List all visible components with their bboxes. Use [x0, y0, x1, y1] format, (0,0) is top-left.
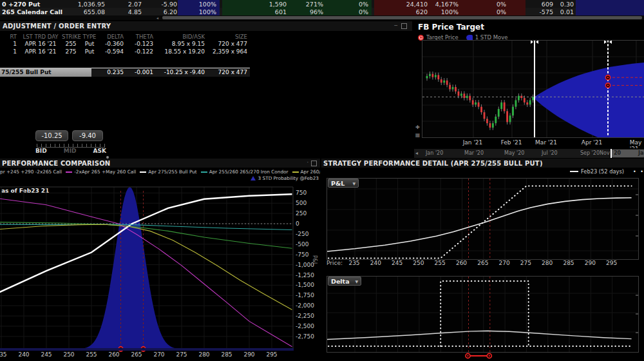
fb-price-target-panel: FB Price Target Target Price 1 STD Move … — [414, 21, 644, 159]
y-tick: -2,750 — [296, 333, 314, 340]
leg-cell: -0.360 — [99, 41, 126, 47]
price-tick: 295 — [606, 260, 617, 266]
position-value: 96% — [287, 8, 323, 15]
dotted-line-icon: • • — [633, 169, 644, 175]
x-axis-bar — [0, 348, 294, 351]
column-header: TYPE — [80, 34, 99, 40]
y-tick: 0 — [296, 220, 299, 227]
x-tick: 295 — [266, 351, 277, 358]
crosshair-tool-icon[interactable]: ✚ — [414, 124, 421, 130]
chevron-down-icon: ▼ — [352, 181, 355, 186]
position-value: 271% — [287, 1, 323, 8]
panel-title: ADJUSTMENT / ORDER ENTRY — [3, 23, 111, 30]
column-header: LST TRD DAY — [19, 34, 62, 40]
order-leg-row[interactable]: 1APR 16 '21255Put-0.360-0.1238.95 x 9.15… — [0, 40, 250, 48]
minimize-icon[interactable]: − — [393, 23, 398, 28]
position-row[interactable]: 265 Calendar Call655.084.856.20100%60196… — [0, 8, 644, 15]
scrollbar-thumb[interactable] — [162, 16, 642, 19]
performance-chart[interactable] — [0, 187, 294, 350]
gain-cells: 60196%0% — [222, 8, 372, 15]
fb-timeline-scrollbar[interactable]: ◂ Jan '20Mar '20 May '20Jul '20 Sep '20N… — [414, 148, 644, 158]
pnl-metric-dropdown[interactable]: P&L ▼ — [328, 179, 359, 188]
position-value: 24,410 — [374, 1, 428, 8]
delta-chart[interactable] — [327, 276, 639, 353]
ask-price-button[interactable]: -9.40 — [72, 130, 103, 141]
legend-item[interactable]: Apr 260/265 Short Strangle — [292, 169, 320, 175]
y-tick: -1,750 — [296, 292, 314, 298]
x-tick: 280 — [198, 351, 209, 358]
timeline-cursor[interactable] — [611, 149, 612, 158]
mid-label[interactable]: MID — [64, 148, 77, 154]
position-value: 609 — [526, 1, 553, 8]
y-tick: -2,500 — [296, 323, 314, 329]
minimize-icon[interactable]: · — [307, 161, 308, 166]
price-tick: 265 — [477, 260, 488, 266]
position-value: 4,167% — [428, 1, 459, 8]
leg-cell: 1 — [0, 41, 19, 47]
panel-title: STRATEGY PERFORMANCE DETAIL (APR 275/255… — [323, 160, 543, 167]
legend-item[interactable]: -2xApr 265 +May 260 Call — [66, 169, 136, 175]
position-row[interactable]: 0 +270 Put1,036.952.07-5.90100%1,590271%… — [0, 0, 644, 8]
legend-item[interactable]: Apr 275/255 Bull Put — [140, 169, 196, 175]
legend-item[interactable]: Apr 255/260 265/270 Iron Condor — [201, 169, 289, 175]
legend-line-icon — [140, 171, 146, 173]
performance-comparison-panel: PERFORMANCE COMPARISON · pr +245 +290 -2… — [0, 159, 320, 361]
pnl-chart[interactable] — [327, 178, 639, 260]
x-tick: 245 — [41, 351, 52, 358]
y-tick: -750 — [296, 251, 308, 258]
position-value: 100% — [428, 8, 459, 15]
position-value: 0% — [459, 1, 506, 8]
perf-x-axis: 235240245250255260265270275280285290295 — [0, 351, 294, 359]
target-price-markers[interactable] — [327, 352, 638, 360]
gain-cells: 1,590271%0% — [222, 0, 372, 8]
x-tick: 260 — [108, 351, 119, 358]
ask-label[interactable]: ASK — [93, 148, 106, 154]
total-theta: -0.001 — [126, 68, 156, 77]
probability-icon — [251, 176, 256, 180]
total-size: 720 x 477 — [207, 68, 250, 77]
row-tail — [576, 0, 644, 8]
position-value: 0% — [459, 8, 506, 15]
position-value: -5.90 — [142, 1, 177, 8]
bid-label[interactable]: BID — [35, 148, 47, 154]
row-tail — [576, 8, 644, 15]
x-tick: 275 — [176, 351, 187, 358]
x-tick: Mar '21 — [535, 139, 557, 146]
price-tick: 280 — [542, 260, 553, 266]
legend-line-icon — [201, 171, 207, 173]
scroll-left-icon[interactable]: ◂ — [156, 15, 158, 20]
chart-type-icon[interactable]: ▦ — [414, 132, 421, 138]
timeline-left-arrow-icon[interactable]: ◂ — [415, 150, 418, 156]
panel-title: FB Price Target — [418, 23, 484, 32]
column-header: RT — [0, 34, 19, 40]
loss-cells: 620100%0% — [374, 8, 526, 15]
delta-metric-dropdown[interactable]: Delta ▼ — [328, 277, 361, 286]
trading-workstation: { "top_bar": { "rows": [ {"label":"0 +27… — [0, 0, 644, 361]
bid-price-button[interactable]: -10.25 — [35, 130, 68, 141]
leg-cell: APR 16 '21 — [19, 41, 62, 47]
position-value: 0.30 — [553, 1, 574, 8]
x-tick: 235 — [0, 351, 7, 358]
leg-cell: 275 — [62, 48, 80, 55]
order-leg-row[interactable]: 1APR 16 '21275Put-0.594-0.12218.55 x 19.… — [0, 48, 250, 55]
strategy-performance-detail-panel: STRATEGY PERFORMANCE DETAIL (APR 275/255… — [320, 159, 644, 361]
price-axis-label: Price: — [327, 260, 343, 266]
price-tick: 260 — [456, 260, 467, 266]
panel-title-bar: STRATEGY PERFORMANCE DETAIL (APR 275/255… — [321, 159, 644, 168]
pct-cell: 100% — [178, 0, 220, 8]
y-tick: 500 — [296, 200, 307, 206]
maximize-icon[interactable] — [311, 161, 317, 168]
column-header: THETA — [126, 34, 156, 40]
position-label: 0 +270 Put — [0, 1, 66, 8]
legend-item[interactable]: pr +245 +290 -2x265 Call — [0, 169, 62, 175]
x-tick: 265 — [131, 351, 142, 358]
position-value: 2.07 — [105, 1, 142, 8]
loss-cells: 24,4104,167%0% — [374, 0, 526, 8]
adjustment-order-entry-panel: ADJUSTMENT / ORDER ENTRY − RTLST TRD DAY… — [0, 21, 412, 159]
strategy-total-row[interactable]: 75/255 Bull Put 0.235 -0.001 -10.25 x -9… — [0, 68, 250, 77]
horizontal-scrollbar[interactable]: ◂ — [0, 15, 644, 20]
maximize-icon[interactable] — [401, 23, 407, 30]
y-tick: -1,250 — [296, 272, 314, 278]
pct-cell: 100% — [178, 8, 220, 15]
fb-price-chart[interactable] — [422, 40, 644, 138]
